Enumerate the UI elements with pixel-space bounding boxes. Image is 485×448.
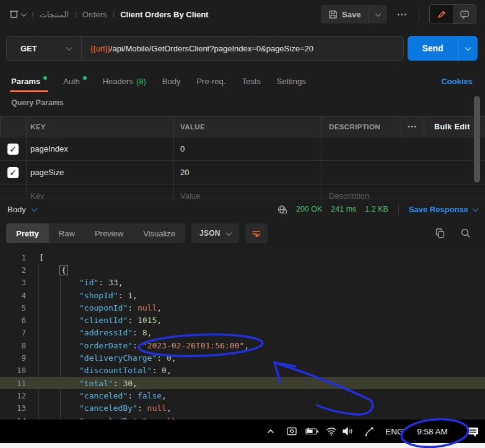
code-line[interactable]: 13"canceledBy": null, [0, 402, 485, 415]
params-placeholder-row[interactable]: Key Value Description [0, 184, 485, 199]
line-content: "orderDate": "2023-02-26T01:56:00", [26, 341, 249, 350]
code-line[interactable]: 1[ [0, 251, 485, 264]
collection-icon[interactable] [9, 9, 26, 19]
edit-comment-toggle [429, 4, 476, 24]
request-tabs-bar: ParamsAuthHeaders(8)BodyPre-req.TestsSet… [0, 69, 485, 93]
token-null: null [138, 303, 157, 312]
line-content: "id": 33, [26, 278, 123, 287]
comment-button[interactable] [453, 5, 476, 24]
response-time-badge[interactable]: 241 ms [331, 205, 356, 213]
param-key-cell[interactable]: pageSize [26, 161, 173, 184]
code-line[interactable]: 2{ [0, 264, 485, 276]
token-punc: : [98, 278, 108, 287]
token-punc: , [162, 391, 167, 400]
params-header-key: KEY [26, 117, 173, 137]
code-line[interactable]: 4"shopId": 1, [0, 289, 485, 301]
beautify-button[interactable] [245, 223, 268, 243]
token-key: "canceled" [79, 391, 128, 400]
breadcrumb-item-folder[interactable]: Orders [82, 10, 107, 19]
token-punc: : [128, 391, 138, 400]
notification-icon[interactable] [463, 420, 483, 443]
view-tab-visualize[interactable]: Visualize [133, 223, 185, 243]
search-icon[interactable] [460, 228, 471, 239]
value-placeholder[interactable]: Value [173, 184, 321, 199]
code-line[interactable]: 8"orderDate": "2023-02-26T01:56:00", [0, 339, 485, 351]
save-dropdown-button[interactable] [368, 5, 387, 24]
param-value-cell[interactable]: 0 [173, 137, 321, 160]
code-line[interactable]: 10"discountTotal": 0, [0, 364, 485, 377]
placeholder-checkbox-cell [0, 184, 26, 199]
view-tab-raw[interactable]: Raw [49, 223, 85, 243]
param-row[interactable]: ✓pageIndex0 [0, 137, 485, 161]
param-description-cell[interactable] [321, 161, 401, 184]
chevron-down-icon [225, 230, 232, 236]
breadcrumb-item-collection[interactable]: المنتجات [40, 10, 69, 19]
battery-icon[interactable] [302, 420, 322, 443]
tray-expand-button[interactable] [263, 420, 279, 443]
method-selector[interactable]: GET [7, 44, 81, 53]
tab-headers[interactable]: Headers(8) [103, 69, 146, 93]
view-tab-preview[interactable]: Preview [85, 223, 133, 243]
token-key: "total" [79, 379, 113, 388]
wifi-icon[interactable] [323, 420, 340, 443]
response-body-viewer[interactable]: 1[2{3"id": 33,4"shopId": 1,5"couponId": … [0, 248, 485, 420]
params-header-row: KEY VALUE DESCRIPTION ••• Bulk Edit [0, 116, 485, 137]
param-checkbox[interactable]: ✓ [7, 167, 19, 178]
status-code-badge[interactable]: 200 OK [296, 205, 322, 213]
code-line[interactable]: 9"deliveryCharge": 0, [0, 351, 485, 364]
cookies-link[interactable]: Cookies [441, 69, 473, 93]
language-indicator[interactable]: ENG [383, 420, 406, 443]
edit-button[interactable] [430, 5, 453, 24]
code-line[interactable]: 12"canceled": false, [0, 389, 485, 402]
more-options-button[interactable]: ••• [397, 11, 408, 18]
params-more-button[interactable]: ••• [401, 117, 424, 137]
format-selector[interactable]: JSON [191, 223, 239, 243]
tab-pre-req-[interactable]: Pre-req. [196, 69, 225, 93]
param-description-cell[interactable] [321, 137, 401, 160]
scrollbar-thumb[interactable] [474, 96, 480, 183]
chevron-down-icon[interactable] [31, 205, 37, 212]
code-line[interactable]: 3"id": 33, [0, 277, 485, 289]
save-button[interactable]: Save [321, 10, 368, 19]
key-placeholder[interactable]: Key [26, 184, 173, 199]
view-tab-pretty[interactable]: Pretty [6, 223, 49, 243]
param-value-cell[interactable]: 20 [173, 161, 321, 184]
code-line[interactable]: 6"clientId": 1015, [0, 314, 485, 326]
tab-settings[interactable]: Settings [277, 69, 306, 93]
token-brk: [ [39, 253, 44, 262]
token-punc: , [133, 379, 138, 388]
url-input[interactable]: {{url}}/api/Mobile/GetOrdersClient?pageI… [82, 44, 313, 53]
param-checkbox[interactable]: ✓ [7, 144, 19, 155]
line-number: 8 [0, 341, 26, 350]
send-dropdown-button[interactable] [458, 36, 478, 61]
tab-auth[interactable]: Auth [63, 69, 87, 93]
tablet-mode-icon[interactable] [282, 420, 301, 443]
code-line[interactable]: 7"addressId": 8, [0, 327, 485, 339]
params-header-description: DESCRIPTION [321, 117, 401, 137]
description-placeholder[interactable]: Description [321, 184, 401, 199]
tab-params[interactable]: Params [11, 69, 47, 93]
breadcrumb-item-request[interactable]: Client Orders By Client [120, 10, 208, 19]
response-body-selector[interactable]: Body [7, 205, 26, 214]
response-size-badge[interactable]: 1.2 KB [365, 205, 388, 213]
pen-icon[interactable] [360, 420, 378, 443]
tab-label: Settings [277, 77, 306, 86]
param-key-cell[interactable]: pageIndex [26, 137, 173, 160]
send-button[interactable]: Send [408, 43, 458, 53]
token-num: 8 [142, 328, 147, 337]
tab-label: Auth [63, 77, 80, 86]
clock[interactable]: 9:58 AM [411, 420, 453, 443]
tab-tests[interactable]: Tests [242, 69, 260, 93]
line-content: "deliveryCharge": 0, [26, 353, 177, 363]
params-header-value: VALUE [173, 117, 321, 137]
code-line[interactable]: 11"total": 30, [0, 377, 485, 389]
save-response-button[interactable]: Save Response [409, 205, 478, 214]
code-line[interactable]: 14"canceledDate": null, [0, 415, 485, 420]
tab-body[interactable]: Body [162, 69, 181, 93]
token-key: "discountTotal" [79, 366, 152, 375]
copy-icon[interactable] [435, 228, 445, 239]
line-content: { [26, 265, 68, 275]
volume-icon[interactable] [338, 420, 358, 443]
param-row[interactable]: ✓pageSize20 [0, 161, 485, 184]
code-line[interactable]: 5"couponId": null, [0, 301, 485, 314]
